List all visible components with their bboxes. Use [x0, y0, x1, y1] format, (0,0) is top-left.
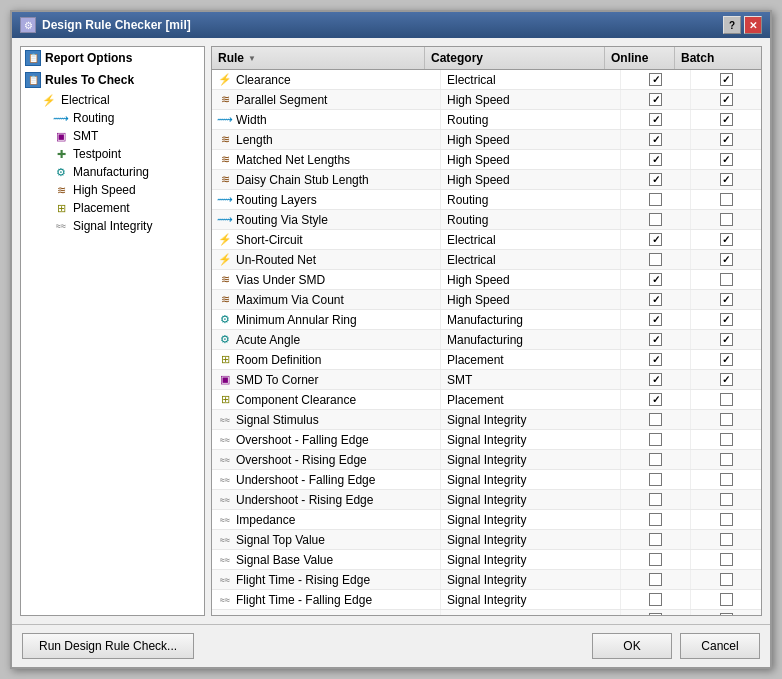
- td-batch[interactable]: [691, 310, 761, 329]
- td-online[interactable]: [621, 230, 691, 249]
- online-checkbox[interactable]: [649, 153, 662, 166]
- td-batch[interactable]: [691, 530, 761, 549]
- online-checkbox[interactable]: [649, 593, 662, 606]
- td-online[interactable]: [621, 310, 691, 329]
- batch-checkbox[interactable]: [720, 333, 733, 346]
- td-batch[interactable]: [691, 70, 761, 89]
- th-batch[interactable]: Batch: [675, 47, 745, 69]
- tree-item-testpoint[interactable]: ✚ Testpoint: [21, 145, 204, 163]
- batch-checkbox[interactable]: [720, 533, 733, 546]
- online-checkbox[interactable]: [649, 373, 662, 386]
- online-checkbox[interactable]: [649, 493, 662, 506]
- td-batch[interactable]: [691, 110, 761, 129]
- online-checkbox[interactable]: [649, 93, 662, 106]
- batch-checkbox[interactable]: [720, 233, 733, 246]
- td-batch[interactable]: [691, 470, 761, 489]
- online-checkbox[interactable]: [649, 533, 662, 546]
- batch-checkbox[interactable]: [720, 273, 733, 286]
- td-online[interactable]: [621, 450, 691, 469]
- online-checkbox[interactable]: [649, 173, 662, 186]
- td-online[interactable]: [621, 210, 691, 229]
- td-batch[interactable]: [691, 590, 761, 609]
- batch-checkbox[interactable]: [720, 253, 733, 266]
- online-checkbox[interactable]: [649, 553, 662, 566]
- batch-checkbox[interactable]: [720, 153, 733, 166]
- td-batch[interactable]: [691, 510, 761, 529]
- run-drc-button[interactable]: Run Design Rule Check...: [22, 633, 194, 659]
- tree-item-smt[interactable]: ▣ SMT: [21, 127, 204, 145]
- online-checkbox[interactable]: [649, 413, 662, 426]
- batch-checkbox[interactable]: [720, 553, 733, 566]
- td-batch[interactable]: [691, 170, 761, 189]
- td-online[interactable]: [621, 110, 691, 129]
- help-button[interactable]: ?: [723, 16, 741, 34]
- td-online[interactable]: [621, 530, 691, 549]
- td-batch[interactable]: [691, 450, 761, 469]
- td-online[interactable]: [621, 190, 691, 209]
- td-batch[interactable]: [691, 610, 761, 615]
- batch-checkbox[interactable]: [720, 493, 733, 506]
- online-checkbox[interactable]: [649, 433, 662, 446]
- online-checkbox[interactable]: [649, 133, 662, 146]
- td-batch[interactable]: [691, 430, 761, 449]
- td-batch[interactable]: [691, 410, 761, 429]
- online-checkbox[interactable]: [649, 513, 662, 526]
- online-checkbox[interactable]: [649, 193, 662, 206]
- batch-checkbox[interactable]: [720, 93, 733, 106]
- batch-checkbox[interactable]: [720, 433, 733, 446]
- online-checkbox[interactable]: [649, 333, 662, 346]
- td-online[interactable]: [621, 590, 691, 609]
- td-batch[interactable]: [691, 490, 761, 509]
- td-online[interactable]: [621, 390, 691, 409]
- td-online[interactable]: [621, 70, 691, 89]
- batch-checkbox[interactable]: [720, 513, 733, 526]
- online-checkbox[interactable]: [649, 273, 662, 286]
- batch-checkbox[interactable]: [720, 173, 733, 186]
- td-online[interactable]: [621, 130, 691, 149]
- tree-item-rules-to-check[interactable]: 📋 Rules To Check: [21, 69, 204, 91]
- batch-checkbox[interactable]: [720, 413, 733, 426]
- online-checkbox[interactable]: [649, 73, 662, 86]
- tree-item-highspeed[interactable]: ≋ High Speed: [21, 181, 204, 199]
- td-batch[interactable]: [691, 270, 761, 289]
- td-online[interactable]: [621, 330, 691, 349]
- batch-checkbox[interactable]: [720, 473, 733, 486]
- td-batch[interactable]: [691, 370, 761, 389]
- batch-checkbox[interactable]: [720, 593, 733, 606]
- td-online[interactable]: [621, 370, 691, 389]
- td-batch[interactable]: [691, 250, 761, 269]
- td-online[interactable]: [621, 610, 691, 615]
- td-online[interactable]: [621, 550, 691, 569]
- online-checkbox[interactable]: [649, 233, 662, 246]
- th-category[interactable]: Category: [425, 47, 605, 69]
- td-batch[interactable]: [691, 190, 761, 209]
- td-online[interactable]: [621, 250, 691, 269]
- td-online[interactable]: [621, 570, 691, 589]
- td-online[interactable]: [621, 90, 691, 109]
- td-batch[interactable]: [691, 230, 761, 249]
- td-batch[interactable]: [691, 390, 761, 409]
- td-online[interactable]: [621, 270, 691, 289]
- batch-checkbox[interactable]: [720, 453, 733, 466]
- td-batch[interactable]: [691, 210, 761, 229]
- batch-checkbox[interactable]: [720, 313, 733, 326]
- batch-checkbox[interactable]: [720, 393, 733, 406]
- tree-item-signal-integrity[interactable]: ≈≈ Signal Integrity: [21, 217, 204, 235]
- td-batch[interactable]: [691, 570, 761, 589]
- batch-checkbox[interactable]: [720, 353, 733, 366]
- tree-item-routing[interactable]: ⟿ Routing: [21, 109, 204, 127]
- td-online[interactable]: [621, 510, 691, 529]
- cancel-button[interactable]: Cancel: [680, 633, 760, 659]
- online-checkbox[interactable]: [649, 473, 662, 486]
- online-checkbox[interactable]: [649, 313, 662, 326]
- td-batch[interactable]: [691, 330, 761, 349]
- online-checkbox[interactable]: [649, 253, 662, 266]
- online-checkbox[interactable]: [649, 453, 662, 466]
- online-checkbox[interactable]: [649, 113, 662, 126]
- td-online[interactable]: [621, 290, 691, 309]
- online-checkbox[interactable]: [649, 213, 662, 226]
- tree-item-manufacturing[interactable]: ⚙ Manufacturing: [21, 163, 204, 181]
- td-batch[interactable]: [691, 350, 761, 369]
- td-batch[interactable]: [691, 90, 761, 109]
- batch-checkbox[interactable]: [720, 373, 733, 386]
